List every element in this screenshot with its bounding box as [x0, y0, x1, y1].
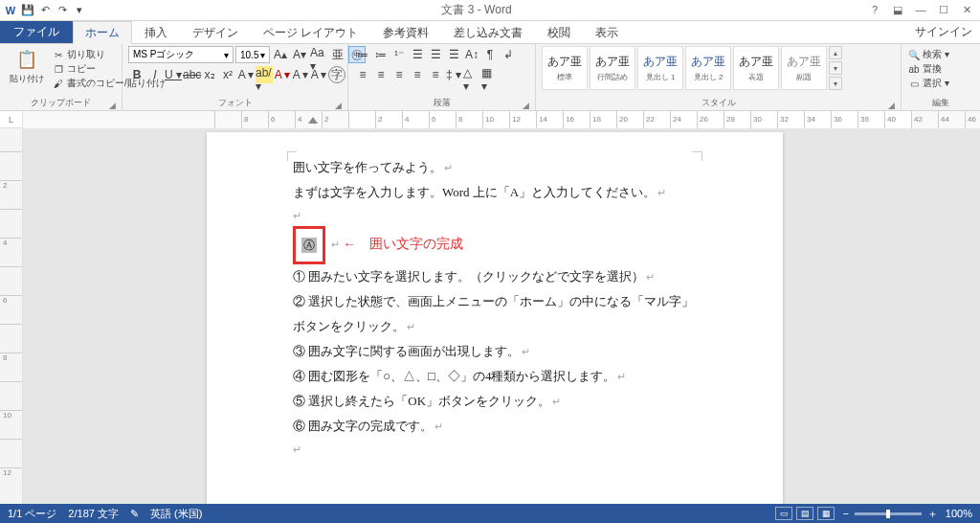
view-web-layout[interactable]: ▦ [817, 507, 835, 520]
paragraph-launcher-icon[interactable]: ◢ [523, 101, 529, 110]
change-case-button[interactable]: Aa ▾ [310, 46, 327, 63]
italic-button[interactable]: I [146, 66, 164, 83]
line-spacing-button[interactable]: ↲ [500, 46, 517, 63]
tab-references[interactable]: 参考資料 [370, 21, 441, 43]
style-no-spacing[interactable]: あア亜行間詰め [590, 46, 635, 90]
subscript-button[interactable]: x₂ [201, 66, 218, 83]
zoom-level[interactable]: 100% [946, 508, 972, 519]
styles-launcher-icon[interactable]: ◢ [888, 101, 895, 110]
document-scroll[interactable]: 囲い文字を作ってみよう。 まずは文字を入力します。Word 上に「A」と入力して… [23, 128, 980, 504]
view-print-layout[interactable]: ▤ [796, 507, 813, 520]
line-spacing-drop-button[interactable]: ‡ ▾ [445, 66, 462, 83]
char-shading-button[interactable]: A ▾ [292, 66, 309, 83]
tab-file[interactable]: ファイル [0, 21, 73, 43]
select-button[interactable]: ▭選択 ▾ [907, 77, 949, 90]
align-center-button[interactable]: ≡ [372, 66, 390, 83]
vertical-ruler[interactable]: 2 4 6 8 10 12 [0, 128, 23, 504]
view-read-mode[interactable]: ▭ [775, 507, 792, 520]
page[interactable]: 囲い文字を作ってみよう。 まずは文字を入力します。Word 上に「A」と入力して… [207, 132, 783, 504]
brush-icon: 🖌 [52, 77, 65, 90]
clipboard-launcher-icon[interactable]: ◢ [109, 101, 116, 110]
tab-page-layout[interactable]: ページ レイアウト [251, 21, 370, 43]
ruler-corner: L [0, 111, 23, 128]
zoom-thumb[interactable] [886, 510, 890, 518]
zoom-in-button[interactable]: ＋ [927, 507, 938, 521]
font-name-select[interactable]: MS Pゴシック▾ [128, 46, 234, 63]
save-icon[interactable]: 💾 [21, 4, 34, 17]
font-launcher-icon[interactable]: ◢ [335, 101, 342, 110]
align-right-button[interactable]: ≡ [390, 66, 408, 83]
close-button[interactable]: ✕ [959, 4, 974, 16]
numbering-button[interactable]: ≔ [372, 46, 390, 63]
tab-home[interactable]: ホーム [73, 21, 132, 44]
show-marks-button[interactable]: ¶ [481, 46, 499, 63]
enclose-char-circle-button[interactable]: 字 [328, 66, 345, 83]
style-subtitle[interactable]: あア亜副題 [781, 46, 827, 90]
align-left-button[interactable]: ≡ [354, 66, 371, 83]
group-label-styles: スタイル◢ [542, 96, 895, 110]
style-heading1[interactable]: あア亜見出し 1 [637, 46, 683, 90]
phonetic-guide-button[interactable]: 亜 [329, 46, 346, 63]
tab-design[interactable]: デザイン [180, 21, 251, 43]
tab-review[interactable]: 校閲 [535, 21, 583, 43]
style-normal[interactable]: あア亜標準 [542, 46, 588, 90]
multilevel-list-button[interactable]: ¹⁻ [390, 46, 408, 63]
style-title[interactable]: あア亜表題 [733, 46, 779, 90]
qat-customize-icon[interactable]: ▾ [73, 4, 86, 17]
zoom-track[interactable] [855, 512, 922, 515]
group-styles: あア亜標準 あア亜行間詰め あア亜見出し 1 あア亜見出し 2 あア亜表題 あア… [536, 44, 902, 110]
redo-icon[interactable]: ↷ [56, 4, 69, 17]
status-page[interactable]: 1/1 ページ [8, 507, 56, 521]
step-6: ⑥ 囲み文字の完成です。 [293, 414, 697, 439]
zoom-out-button[interactable]: − [842, 508, 848, 519]
more-styles-icon: ▾ [829, 77, 842, 90]
tab-view[interactable]: 表示 [583, 21, 631, 43]
sign-in-link[interactable]: サインイン [907, 21, 980, 43]
restore-button[interactable]: ☐ [936, 4, 951, 16]
status-language[interactable]: 英語 (米国) [150, 507, 202, 521]
bold-button[interactable]: B [128, 66, 145, 83]
text-effects-button[interactable]: A ▾ [237, 66, 255, 83]
style-heading2[interactable]: あア亜見出し 2 [685, 46, 731, 90]
help-button[interactable]: ? [867, 4, 882, 16]
strikethrough-button[interactable]: abc [183, 66, 200, 83]
font-color-button[interactable]: A ▾ [274, 66, 291, 83]
tab-mailings[interactable]: 差し込み文書 [441, 21, 535, 43]
tab-insert[interactable]: 挿入 [132, 21, 180, 43]
highlight-button[interactable]: ab/ ▾ [256, 66, 273, 83]
empty-line: ↵ [293, 205, 697, 226]
body-line-1: 囲い文字を作ってみよう。 [293, 155, 697, 180]
paste-button[interactable]: 📋 貼り付け [6, 46, 48, 87]
decrease-indent-button[interactable]: ☰ [409, 46, 426, 63]
find-button[interactable]: 🔍検索 ▾ [907, 48, 949, 61]
justify-button[interactable]: ≡ [409, 66, 426, 83]
status-spellcheck[interactable]: ✎ [130, 508, 139, 520]
shading-button[interactable]: △ ▾ [463, 66, 480, 83]
style-gallery-spinner[interactable]: ▴ ▾ ▾ [829, 46, 842, 90]
window-controls: ? ⬓ — ☐ ✕ [867, 4, 980, 16]
distributed-button[interactable]: ≡ [427, 66, 444, 83]
undo-icon[interactable]: ↶ [38, 4, 52, 17]
underline-button[interactable]: U ▾ [165, 66, 182, 83]
increase-indent-button[interactable]: ☰ [427, 46, 444, 63]
horizontal-ruler[interactable]: 8642246810121416182022242628303234363840… [23, 111, 980, 128]
status-word-count[interactable]: 2/187 文字 [68, 507, 119, 521]
minimize-button[interactable]: — [913, 4, 928, 16]
zoom-slider[interactable]: − ＋ [842, 507, 937, 521]
status-bar: 1/1 ページ 2/187 文字 ✎ 英語 (米国) ▭ ▤ ▦ − ＋ 100… [0, 504, 980, 523]
replace-button[interactable]: ab置換 [907, 62, 942, 76]
asian-layout-button[interactable]: ☰ [445, 46, 462, 63]
annotation-text: 囲い文字の完成 [369, 237, 463, 251]
ribbon-display-options[interactable]: ⬓ [890, 4, 905, 16]
margin-marker-tl [287, 151, 297, 161]
borders-button[interactable]: ▦ ▾ [481, 66, 499, 83]
char-border-button[interactable]: A ▾ [310, 66, 327, 83]
sort-button[interactable]: A↕ [463, 46, 480, 63]
group-clipboard: 📋 貼り付け ✂切り取り ❐コピー 🖌書式のコピー/貼り付け クリップボード◢ [0, 44, 122, 110]
font-size-select[interactable]: 10.5▾ [235, 46, 270, 63]
bullets-button[interactable]: ≔ [354, 46, 371, 63]
first-line-indent-marker[interactable] [308, 117, 318, 124]
shrink-font-button[interactable]: A▾ [291, 46, 308, 63]
grow-font-button[interactable]: A▴ [272, 46, 289, 63]
superscript-button[interactable]: x² [219, 66, 236, 83]
